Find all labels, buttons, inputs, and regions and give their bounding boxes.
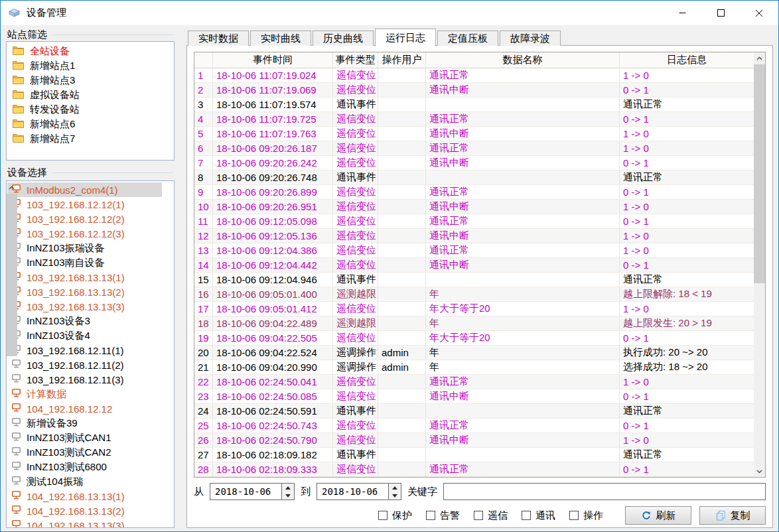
- device-item[interactable]: InNZ103设备4: [7, 328, 162, 343]
- close-button[interactable]: [740, 1, 778, 25]
- log-row[interactable]: 2 18-10-06 11:07:19.069 遥信变位 通讯中断 0 -> 1: [194, 83, 754, 98]
- tab[interactable]: 实时曲线: [250, 31, 311, 46]
- log-row[interactable]: 20 18-10-06 09:04:22.524 遥调操作 admin 年 执行…: [194, 346, 754, 360]
- filter-checkbox[interactable]: 遥信: [474, 509, 508, 522]
- refresh-button[interactable]: 刷新: [625, 506, 691, 525]
- log-row[interactable]: 9 18-10-06 09:20:26.899 遥信变位 通讯正常 0 -> 1: [194, 185, 754, 200]
- log-row[interactable]: 6 18-10-06 09:20:26.187 遥信变位 通讯正常 1 -> 0: [194, 141, 754, 156]
- filter-checkbox[interactable]: 告警: [426, 509, 460, 522]
- spin-up-button[interactable]: [282, 484, 294, 492]
- log-table-scrollbar[interactable]: [754, 52, 765, 477]
- site-item[interactable]: 新增站点3: [7, 73, 174, 88]
- log-row[interactable]: 17 18-10-06 09:05:01.412 遥信变位 年大于等于20 1 …: [194, 302, 754, 316]
- log-row[interactable]: 4 18-10-06 11:07:19.725 遥信变位 通讯正常 0 -> 1: [194, 112, 754, 127]
- device-item[interactable]: 104_192.168.13.13(3): [7, 518, 162, 528]
- log-row[interactable]: 16 18-10-06 09:05:01.400 遥测越限 年 越上限解除: 1…: [194, 287, 754, 302]
- log-row[interactable]: 10 18-10-06 09:20:26.951 遥信变位 通讯中断 1 -> …: [194, 200, 754, 214]
- device-item[interactable]: InModbus2_com4(1): [7, 182, 162, 197]
- log-row[interactable]: 3 18-10-06 11:07:19.574 通讯事件 通讯正常: [194, 98, 754, 112]
- spin-down-button[interactable]: [282, 492, 294, 499]
- device-item[interactable]: 103_192.168.12.12(3): [7, 226, 162, 241]
- cell-row-number: 16: [194, 287, 213, 302]
- date-to-picker[interactable]: 2018-10-06: [317, 483, 401, 500]
- spin-up-button[interactable]: [389, 484, 401, 492]
- copy-button[interactable]: 复制: [699, 506, 766, 525]
- maximize-button[interactable]: [701, 1, 740, 25]
- log-row[interactable]: 26 18-10-06 02:24:50.790 遥信变位 通讯中断 1 -> …: [194, 433, 754, 448]
- keyword-input[interactable]: [443, 483, 766, 500]
- device-item[interactable]: InNZ103振瑞设备: [7, 241, 162, 255]
- device-item[interactable]: InNZ103设备3: [7, 314, 162, 328]
- device-item[interactable]: 测试104振瑞: [7, 474, 162, 489]
- device-item[interactable]: 103_192.168.12.12(1): [7, 197, 162, 212]
- scroll-down-button[interactable]: [754, 466, 765, 477]
- checkbox-box[interactable]: [522, 511, 531, 520]
- device-item[interactable]: 103_192.168.12.11(1): [7, 343, 162, 358]
- run-log-panel: 事件时间 事件类型 操作用户 数据名称 日志信息 1 18-10-06 11:0…: [186, 45, 773, 528]
- scrollbar-thumb[interactable]: [754, 64, 765, 283]
- cell-event-type: 遥信变位: [333, 433, 378, 448]
- log-row[interactable]: 5 18-10-06 11:07:19.763 遥信变位 通讯中断 1 -> 0: [194, 127, 754, 141]
- filter-checkbox[interactable]: 保护: [378, 509, 412, 522]
- refresh-icon: [641, 510, 652, 521]
- site-item[interactable]: 新增站点1: [7, 58, 174, 73]
- device-item[interactable]: 103_192.168.13.13(3): [7, 299, 162, 314]
- device-item[interactable]: 103_192.168.13.13(1): [7, 270, 162, 285]
- log-row[interactable]: 13 18-10-06 09:12:04.386 遥信变位 通讯正常 1 -> …: [194, 243, 754, 258]
- cell-event-type: 通讯事件: [333, 404, 378, 419]
- device-item[interactable]: 计算数据: [7, 387, 162, 401]
- scrollbar-thumb[interactable]: [6, 194, 17, 356]
- tab[interactable]: 历史曲线: [313, 31, 374, 46]
- log-row[interactable]: 8 18-10-06 09:20:26.748 通讯事件 通讯正常: [194, 170, 754, 185]
- log-row[interactable]: 12 18-10-06 09:12:05.136 遥信变位 通讯中断 1 -> …: [194, 229, 754, 243]
- scroll-down-button[interactable]: [6, 180, 17, 182]
- log-row[interactable]: 27 18-10-06 02:18:09.182 通讯事件 通讯正常: [194, 448, 754, 462]
- device-item[interactable]: 103_192.168.13.13(2): [7, 285, 162, 299]
- site-item[interactable]: 全站设备: [7, 44, 174, 58]
- device-item[interactable]: InNZ103测试6800: [7, 460, 162, 474]
- log-row[interactable]: 15 18-10-06 09:12:04.946 通讯事件 通讯正常: [194, 273, 754, 287]
- device-item[interactable]: 104_192.168.12.12: [7, 401, 162, 416]
- log-row[interactable]: 24 18-10-06 02:24:50.591 通讯事件 通讯正常: [194, 404, 754, 419]
- site-item[interactable]: 新增站点7: [7, 131, 174, 146]
- tab[interactable]: 故障录波: [500, 31, 561, 46]
- scroll-up-button[interactable]: [6, 182, 17, 193]
- log-row[interactable]: 7 18-10-06 09:20:26.242 遥信变位 通讯中断 0 -> 1: [194, 156, 754, 170]
- scroll-up-button[interactable]: [754, 52, 765, 64]
- minimize-button[interactable]: [663, 1, 701, 25]
- site-item[interactable]: 新增站点6: [7, 117, 174, 131]
- checkbox-box[interactable]: [569, 511, 579, 520]
- tab[interactable]: 运行日志: [375, 29, 436, 46]
- log-row[interactable]: 19 18-10-06 09:04:22.505 遥信变位 年大于等于20 0 …: [194, 331, 754, 346]
- tab[interactable]: 定值压板: [437, 31, 498, 46]
- device-item[interactable]: 104_192.168.13.13(2): [7, 503, 162, 518]
- checkbox-box[interactable]: [474, 511, 483, 520]
- log-row[interactable]: 21 18-10-06 09:04:20.990 遥调操作 admin 年 选择…: [194, 360, 754, 375]
- log-row[interactable]: 11 18-10-06 09:12:05.098 遥信变位 通讯正常 0 -> …: [194, 214, 754, 229]
- device-item[interactable]: InNZ103测试CAN2: [7, 445, 162, 460]
- device-item[interactable]: InNZ103测试CAN1: [7, 431, 162, 445]
- log-row[interactable]: 18 18-10-06 09:04:22.489 遥测越限 年 越上限发生: 2…: [194, 316, 754, 331]
- tab[interactable]: 实时数据: [188, 31, 249, 46]
- filter-checkbox[interactable]: 通讯: [522, 509, 555, 522]
- device-item[interactable]: 104_192.168.13.13(1): [7, 489, 162, 503]
- site-item[interactable]: 虚拟设备站: [7, 88, 174, 102]
- device-item[interactable]: InNZ103南自设备: [7, 255, 162, 270]
- log-row[interactable]: 14 18-10-06 09:12:04.442 遥信变位 通讯中断 0 -> …: [194, 258, 754, 273]
- log-row[interactable]: 23 18-10-06 02:24:50.085 遥信变位 通讯中断 0 -> …: [194, 389, 754, 404]
- checkbox-box[interactable]: [426, 511, 435, 520]
- log-row[interactable]: 28 18-10-06 02:18:09.333 遥信变位 通讯正常 0 -> …: [194, 462, 754, 477]
- cell-event-time: 18-10-06 02:24:50.591: [213, 404, 333, 419]
- date-from-picker[interactable]: 2018-10-06: [210, 483, 295, 500]
- device-item[interactable]: 103_192.168.12.11(3): [7, 372, 162, 387]
- device-item[interactable]: 103_192.168.12.11(2): [7, 358, 162, 372]
- device-item[interactable]: 103_192.168.12.12(2): [7, 212, 162, 226]
- site-item[interactable]: 转发设备站: [7, 102, 174, 117]
- device-item[interactable]: 新增设备39: [7, 416, 162, 431]
- filter-checkbox[interactable]: 操作: [569, 509, 603, 522]
- spin-down-button[interactable]: [389, 492, 401, 499]
- log-row[interactable]: 25 18-10-06 02:24:50.743 遥信变位 通讯正常 0 -> …: [194, 419, 754, 433]
- log-row[interactable]: 22 18-10-06 02:24:50.041 遥信变位 通讯正常 1 -> …: [194, 375, 754, 389]
- log-row[interactable]: 1 18-10-06 11:07:19.024 遥信变位 通讯正常 1 -> 0: [194, 68, 754, 83]
- checkbox-box[interactable]: [378, 511, 388, 520]
